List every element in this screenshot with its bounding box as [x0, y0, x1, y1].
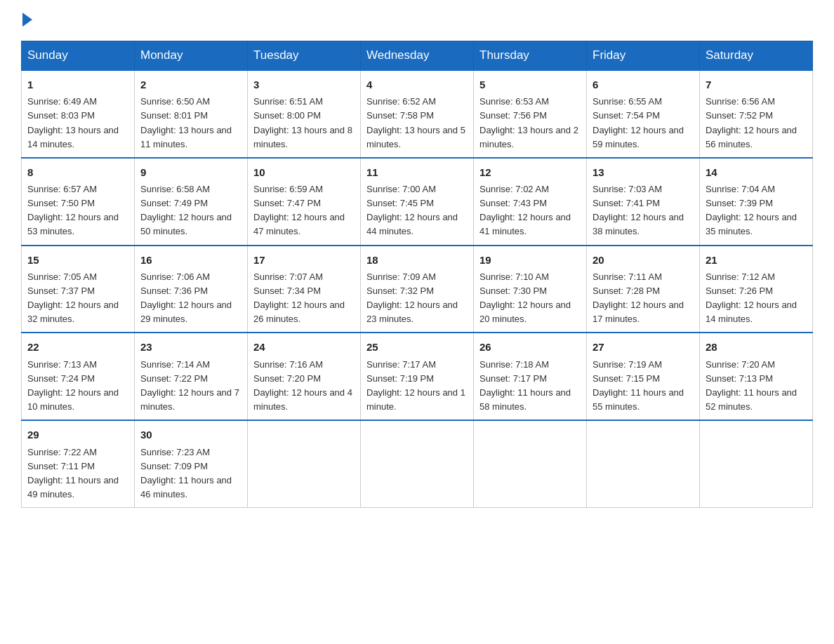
calendar-week-row: 15 Sunrise: 7:05 AMSunset: 7:37 PMDaylig… — [22, 246, 813, 333]
calendar-cell: 16 Sunrise: 7:06 AMSunset: 7:36 PMDaylig… — [135, 246, 248, 333]
day-number: 14 — [706, 164, 807, 180]
day-info: Sunrise: 7:07 AMSunset: 7:34 PMDaylight:… — [253, 270, 355, 327]
day-number: 2 — [140, 76, 241, 93]
day-number: 3 — [253, 76, 355, 93]
day-number: 16 — [140, 252, 241, 268]
day-number: 21 — [706, 252, 807, 268]
calendar-cell — [700, 420, 813, 507]
calendar-cell: 23 Sunrise: 7:14 AMSunset: 7:22 PMDaylig… — [135, 333, 248, 420]
weekday-header-thursday: Thursday — [474, 41, 587, 71]
day-number: 29 — [27, 427, 128, 443]
day-info: Sunrise: 6:53 AMSunset: 7:56 PMDaylight:… — [479, 95, 581, 152]
calendar-cell: 6 Sunrise: 6:55 AMSunset: 7:54 PMDayligh… — [587, 70, 700, 158]
calendar-week-row: 22 Sunrise: 7:13 AMSunset: 7:24 PMDaylig… — [22, 333, 813, 420]
calendar-cell: 30 Sunrise: 7:23 AMSunset: 7:09 PMDaylig… — [135, 420, 248, 507]
day-info: Sunrise: 6:49 AMSunset: 8:03 PMDaylight:… — [27, 95, 128, 152]
day-number: 17 — [253, 252, 355, 268]
day-info: Sunrise: 7:11 AMSunset: 7:28 PMDaylight:… — [593, 270, 694, 327]
calendar-cell: 12 Sunrise: 7:02 AMSunset: 7:43 PMDaylig… — [474, 158, 587, 246]
calendar-cell: 15 Sunrise: 7:05 AMSunset: 7:37 PMDaylig… — [22, 246, 135, 333]
calendar-cell: 11 Sunrise: 7:00 AMSunset: 7:45 PMDaylig… — [361, 158, 474, 246]
calendar-cell: 27 Sunrise: 7:19 AMSunset: 7:15 PMDaylig… — [587, 333, 700, 420]
calendar-week-row: 29 Sunrise: 7:22 AMSunset: 7:11 PMDaylig… — [22, 420, 813, 507]
day-number: 13 — [593, 164, 694, 180]
day-info: Sunrise: 7:20 AMSunset: 7:13 PMDaylight:… — [706, 358, 807, 415]
day-info: Sunrise: 7:03 AMSunset: 7:41 PMDaylight:… — [593, 182, 694, 239]
calendar-cell: 13 Sunrise: 7:03 AMSunset: 7:41 PMDaylig… — [587, 158, 700, 246]
day-number: 7 — [706, 76, 807, 93]
logo — [21, 14, 32, 27]
day-info: Sunrise: 7:12 AMSunset: 7:26 PMDaylight:… — [706, 270, 807, 327]
day-info: Sunrise: 7:23 AMSunset: 7:09 PMDaylight:… — [140, 445, 241, 502]
day-info: Sunrise: 7:02 AMSunset: 7:43 PMDaylight:… — [479, 182, 581, 239]
day-info: Sunrise: 7:04 AMSunset: 7:39 PMDaylight:… — [706, 182, 807, 239]
day-number: 24 — [253, 339, 355, 355]
calendar-cell: 28 Sunrise: 7:20 AMSunset: 7:13 PMDaylig… — [700, 333, 813, 420]
calendar-table: SundayMondayTuesdayWednesdayThursdayFrid… — [21, 41, 813, 508]
calendar-cell: 25 Sunrise: 7:17 AMSunset: 7:19 PMDaylig… — [361, 333, 474, 420]
calendar-cell: 19 Sunrise: 7:10 AMSunset: 7:30 PMDaylig… — [474, 246, 587, 333]
calendar-cell: 2 Sunrise: 6:50 AMSunset: 8:01 PMDayligh… — [135, 70, 248, 158]
calendar-cell: 5 Sunrise: 6:53 AMSunset: 7:56 PMDayligh… — [474, 70, 587, 158]
day-info: Sunrise: 7:06 AMSunset: 7:36 PMDaylight:… — [140, 270, 241, 327]
day-info: Sunrise: 6:51 AMSunset: 8:00 PMDaylight:… — [253, 95, 355, 152]
calendar-cell: 3 Sunrise: 6:51 AMSunset: 8:00 PMDayligh… — [248, 70, 361, 158]
day-number: 30 — [140, 427, 241, 443]
calendar-week-row: 8 Sunrise: 6:57 AMSunset: 7:50 PMDayligh… — [22, 158, 813, 246]
calendar-cell: 24 Sunrise: 7:16 AMSunset: 7:20 PMDaylig… — [248, 333, 361, 420]
calendar-cell — [248, 420, 361, 507]
weekday-header-tuesday: Tuesday — [248, 41, 361, 71]
day-info: Sunrise: 6:56 AMSunset: 7:52 PMDaylight:… — [706, 95, 807, 152]
day-number: 23 — [140, 339, 241, 355]
calendar-cell: 22 Sunrise: 7:13 AMSunset: 7:24 PMDaylig… — [22, 333, 135, 420]
day-number: 5 — [479, 76, 581, 93]
calendar-cell: 20 Sunrise: 7:11 AMSunset: 7:28 PMDaylig… — [587, 246, 700, 333]
day-number: 18 — [366, 252, 468, 268]
day-info: Sunrise: 6:57 AMSunset: 7:50 PMDaylight:… — [27, 182, 128, 239]
day-number: 27 — [593, 339, 694, 355]
day-info: Sunrise: 6:50 AMSunset: 8:01 PMDaylight:… — [140, 95, 241, 152]
calendar-cell — [587, 420, 700, 507]
day-number: 25 — [366, 339, 468, 355]
day-number: 9 — [140, 164, 241, 180]
day-number: 8 — [27, 164, 128, 180]
day-info: Sunrise: 6:52 AMSunset: 7:58 PMDaylight:… — [366, 95, 468, 152]
day-info: Sunrise: 6:55 AMSunset: 7:54 PMDaylight:… — [593, 95, 694, 152]
calendar-cell: 8 Sunrise: 6:57 AMSunset: 7:50 PMDayligh… — [22, 158, 135, 246]
day-number: 6 — [593, 76, 694, 93]
day-info: Sunrise: 6:59 AMSunset: 7:47 PMDaylight:… — [253, 182, 355, 239]
day-number: 4 — [366, 76, 468, 93]
day-number: 28 — [706, 339, 807, 355]
weekday-header-friday: Friday — [587, 41, 700, 71]
day-info: Sunrise: 7:19 AMSunset: 7:15 PMDaylight:… — [593, 358, 694, 415]
day-number: 12 — [479, 164, 581, 180]
calendar-cell: 29 Sunrise: 7:22 AMSunset: 7:11 PMDaylig… — [22, 420, 135, 507]
day-number: 20 — [593, 252, 694, 268]
calendar-cell: 18 Sunrise: 7:09 AMSunset: 7:32 PMDaylig… — [361, 246, 474, 333]
page-header — [21, 14, 813, 27]
day-info: Sunrise: 7:05 AMSunset: 7:37 PMDaylight:… — [27, 270, 128, 327]
calendar-cell — [361, 420, 474, 507]
weekday-header-wednesday: Wednesday — [361, 41, 474, 71]
day-number: 10 — [253, 164, 355, 180]
day-number: 1 — [27, 76, 128, 93]
day-info: Sunrise: 7:09 AMSunset: 7:32 PMDaylight:… — [366, 270, 468, 327]
day-info: Sunrise: 7:10 AMSunset: 7:30 PMDaylight:… — [479, 270, 581, 327]
day-number: 22 — [27, 339, 128, 355]
day-info: Sunrise: 7:00 AMSunset: 7:45 PMDaylight:… — [366, 182, 468, 239]
weekday-header-row: SundayMondayTuesdayWednesdayThursdayFrid… — [22, 41, 813, 71]
calendar-cell: 21 Sunrise: 7:12 AMSunset: 7:26 PMDaylig… — [700, 246, 813, 333]
calendar-week-row: 1 Sunrise: 6:49 AMSunset: 8:03 PMDayligh… — [22, 70, 813, 158]
day-info: Sunrise: 7:18 AMSunset: 7:17 PMDaylight:… — [479, 358, 581, 415]
day-number: 19 — [479, 252, 581, 268]
calendar-cell: 4 Sunrise: 6:52 AMSunset: 7:58 PMDayligh… — [361, 70, 474, 158]
calendar-cell — [474, 420, 587, 507]
day-number: 11 — [366, 164, 468, 180]
weekday-header-saturday: Saturday — [700, 41, 813, 71]
weekday-header-sunday: Sunday — [22, 41, 135, 71]
calendar-cell: 1 Sunrise: 6:49 AMSunset: 8:03 PMDayligh… — [22, 70, 135, 158]
day-info: Sunrise: 6:58 AMSunset: 7:49 PMDaylight:… — [140, 182, 241, 239]
day-info: Sunrise: 7:13 AMSunset: 7:24 PMDaylight:… — [27, 358, 128, 415]
weekday-header-monday: Monday — [135, 41, 248, 71]
day-info: Sunrise: 7:14 AMSunset: 7:22 PMDaylight:… — [140, 358, 241, 415]
